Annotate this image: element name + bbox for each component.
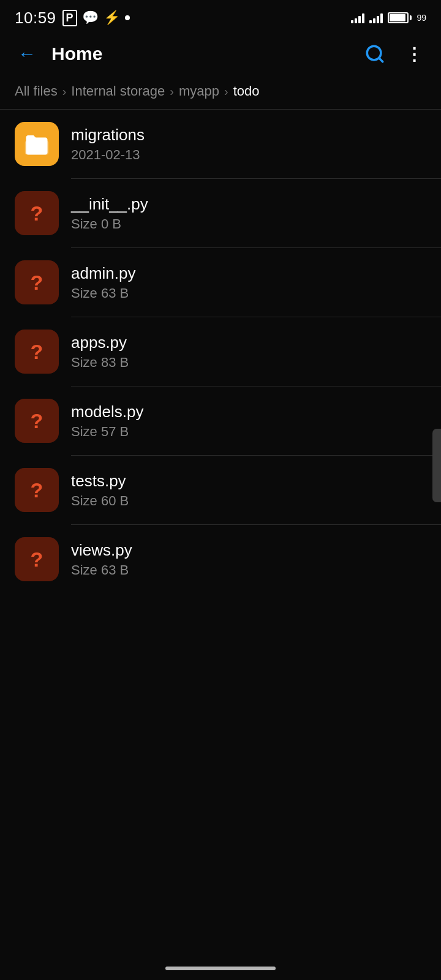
folder-icon-inner bbox=[24, 133, 50, 155]
unknown-file-icon: ? bbox=[15, 399, 59, 443]
breadcrumb-myapp[interactable]: myapp bbox=[179, 83, 219, 99]
parking-icon: P bbox=[62, 10, 77, 26]
folder-icon bbox=[15, 122, 59, 166]
question-mark-icon: ? bbox=[31, 271, 43, 295]
notification-dot bbox=[125, 15, 130, 20]
list-item[interactable]: migrations 2021-02-13 bbox=[0, 110, 441, 178]
signal-bar bbox=[380, 13, 383, 23]
status-bar-right: 99 bbox=[351, 12, 426, 23]
file-meta: Size 57 B bbox=[71, 424, 426, 440]
status-bar: 10:59 P 💬 ⚡ bbox=[0, 0, 441, 32]
file-meta: Size 83 B bbox=[71, 355, 426, 371]
file-info: __init__.py Size 0 B bbox=[71, 195, 426, 232]
signal-bar bbox=[362, 13, 364, 23]
toolbar: ← Home ⋮ bbox=[0, 32, 441, 76]
signal-bar bbox=[369, 20, 372, 23]
battery-fill bbox=[390, 14, 405, 21]
signal-bars-1 bbox=[351, 12, 364, 23]
signal-bar bbox=[373, 18, 375, 23]
file-name: admin.py bbox=[71, 264, 426, 283]
battery-body bbox=[388, 12, 409, 23]
battery-indicator bbox=[388, 12, 412, 23]
home-indicator bbox=[165, 967, 276, 970]
file-name: apps.py bbox=[71, 333, 426, 352]
signal-bar bbox=[358, 16, 361, 23]
back-button[interactable]: ← bbox=[12, 39, 42, 69]
breadcrumb-all-files[interactable]: All files bbox=[15, 83, 58, 99]
signal-bar bbox=[377, 16, 379, 23]
breadcrumb-chevron-3: › bbox=[224, 85, 228, 99]
messenger-icon: ⚡ bbox=[104, 10, 120, 26]
unknown-file-icon: ? bbox=[15, 330, 59, 374]
question-mark-icon: ? bbox=[31, 478, 43, 502]
back-arrow-icon: ← bbox=[18, 45, 36, 63]
unknown-file-icon: ? bbox=[15, 260, 59, 304]
file-meta: Size 63 B bbox=[71, 562, 426, 578]
status-icons: P 💬 ⚡ bbox=[62, 10, 130, 26]
list-item[interactable]: ? __init__.py Size 0 B bbox=[0, 179, 441, 247]
whatsapp-icon: 💬 bbox=[82, 10, 99, 26]
signal-bar bbox=[351, 20, 353, 23]
file-info: views.py Size 63 B bbox=[71, 541, 426, 578]
list-item[interactable]: ? views.py Size 63 B bbox=[0, 525, 441, 594]
scrollbar[interactable] bbox=[432, 429, 441, 502]
list-item[interactable]: ? admin.py Size 63 B bbox=[0, 248, 441, 317]
page-title: Home bbox=[51, 43, 350, 64]
svg-rect-2 bbox=[25, 141, 49, 155]
unknown-file-icon: ? bbox=[15, 191, 59, 235]
list-item[interactable]: ? apps.py Size 83 B bbox=[0, 317, 441, 386]
breadcrumb-internal-storage[interactable]: Internal storage bbox=[71, 83, 165, 99]
file-info: apps.py Size 83 B bbox=[71, 333, 426, 371]
file-meta: Size 63 B bbox=[71, 285, 426, 301]
battery-tip bbox=[410, 15, 412, 20]
signal-bar bbox=[355, 18, 357, 23]
question-mark-icon: ? bbox=[31, 409, 43, 433]
file-meta: 2021-02-13 bbox=[71, 147, 426, 163]
status-bar-left: 10:59 P 💬 ⚡ bbox=[15, 9, 130, 28]
more-icon: ⋮ bbox=[405, 44, 423, 64]
svg-line-1 bbox=[379, 58, 383, 62]
unknown-file-icon: ? bbox=[15, 537, 59, 581]
breadcrumb-chevron-2: › bbox=[170, 85, 174, 99]
status-time: 10:59 bbox=[15, 9, 56, 28]
file-name: views.py bbox=[71, 541, 426, 560]
unknown-file-icon: ? bbox=[15, 468, 59, 512]
file-info: admin.py Size 63 B bbox=[71, 264, 426, 301]
search-button[interactable] bbox=[360, 39, 390, 69]
signal-bars-2 bbox=[369, 12, 383, 23]
search-icon bbox=[364, 43, 385, 64]
file-info: migrations 2021-02-13 bbox=[71, 126, 426, 163]
question-mark-icon: ? bbox=[31, 548, 43, 571]
file-meta: Size 0 B bbox=[71, 216, 426, 232]
list-item[interactable]: ? models.py Size 57 B bbox=[0, 386, 441, 455]
question-mark-icon: ? bbox=[31, 340, 43, 364]
question-mark-icon: ? bbox=[31, 202, 43, 225]
breadcrumb: All files › Internal storage › myapp › t… bbox=[0, 76, 441, 109]
file-meta: Size 60 B bbox=[71, 493, 426, 509]
file-name: migrations bbox=[71, 126, 426, 145]
file-info: tests.py Size 60 B bbox=[71, 472, 426, 509]
breadcrumb-chevron-1: › bbox=[62, 85, 67, 99]
file-name: models.py bbox=[71, 402, 426, 421]
file-name: __init__.py bbox=[71, 195, 426, 214]
file-info: models.py Size 57 B bbox=[71, 402, 426, 440]
list-item[interactable]: ? tests.py Size 60 B bbox=[0, 456, 441, 524]
battery-percent: 99 bbox=[417, 13, 426, 23]
file-list: migrations 2021-02-13 ? __init__.py Size… bbox=[0, 110, 441, 594]
toolbar-actions: ⋮ bbox=[360, 39, 429, 69]
more-button[interactable]: ⋮ bbox=[399, 39, 429, 69]
file-name: tests.py bbox=[71, 472, 426, 491]
breadcrumb-todo: todo bbox=[233, 83, 260, 99]
